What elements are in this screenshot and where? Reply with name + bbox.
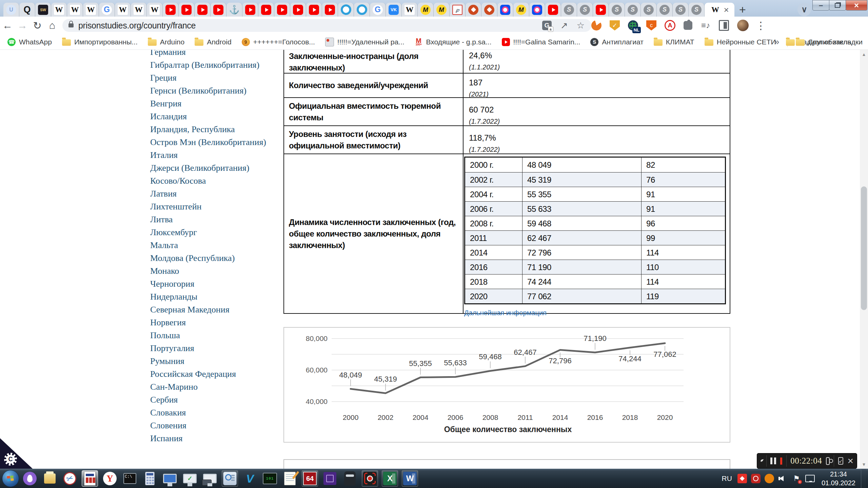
new-tab-button[interactable]: + <box>734 3 751 17</box>
sidebar-item-country[interactable]: Словения <box>150 419 267 432</box>
taskbar-app-snip[interactable]: ✂ <box>62 470 78 487</box>
sidebar-item-country[interactable]: Испания <box>150 432 267 445</box>
sidebar-item-country[interactable]: Монако <box>150 265 267 278</box>
draw-pen-icon[interactable] <box>760 460 762 462</box>
sidebar-item-country[interactable]: Лихтенштейн <box>150 200 267 213</box>
pinned-tab-script[interactable]: ℘ <box>450 3 466 17</box>
sidebar-item-country[interactable]: Нидерланды <box>150 290 267 303</box>
sidebar-item-country[interactable]: Российская Федерация <box>150 368 267 381</box>
pinned-tab-m[interactable]: M <box>434 3 450 17</box>
pause-icon[interactable] <box>770 458 776 464</box>
corner-gear-icon[interactable]: C <box>4 453 17 466</box>
pinned-tab-globe[interactable]: S <box>641 3 657 17</box>
sidebar-item-country[interactable]: Ирландия, Республика <box>150 123 267 136</box>
sidebar-item-country[interactable]: Румыния <box>150 355 267 368</box>
sidebar-item-country[interactable]: Косово/Косова <box>150 175 267 187</box>
address-bar[interactable]: prisonstudies.org/country/france Ga ↗ ☆ <box>62 19 591 32</box>
bookmark-item[interactable]: 9++++++=Голосов... <box>242 38 315 46</box>
tab-search-chevron-icon[interactable]: ∨ <box>797 3 811 16</box>
taskbar-app-tabledoc[interactable] <box>82 470 98 487</box>
bookmark-star-icon[interactable]: ☆ <box>577 20 585 31</box>
bookmark-item[interactable]: !!!!!=Удаленный ра... <box>325 38 405 46</box>
other-bookmarks-button[interactable]: Другие закладки <box>796 38 863 46</box>
taskbar-app-cpanel[interactable] <box>222 470 238 487</box>
back-button[interactable]: ← <box>0 18 15 33</box>
pinned-tab-ali[interactable] <box>481 3 497 17</box>
sidebar-item-country[interactable]: Люксембург <box>150 226 267 239</box>
pinned-tab-youtube[interactable] <box>274 3 290 17</box>
pinned-tab-youtube[interactable] <box>195 3 211 17</box>
sidebar-item-country[interactable]: Черногория <box>150 278 267 290</box>
sidebar-item-country[interactable]: Словакия <box>150 406 267 419</box>
browser-menu-icon[interactable]: ⋮ <box>753 18 768 33</box>
sidebar-item-country[interactable]: Северная Македония <box>150 303 267 316</box>
sidebar-item-country[interactable]: Сан-Марино <box>150 381 267 393</box>
pinned-tab-ali[interactable] <box>466 3 481 17</box>
close-recorder-icon[interactable]: × <box>847 456 853 466</box>
reload-button[interactable]: ↻ <box>30 18 45 33</box>
pinned-tab-q[interactable]: Q <box>19 3 35 17</box>
reccam-tray-icon[interactable] <box>751 474 761 483</box>
bookmark-item[interactable]: КЛИМАТ <box>654 38 694 46</box>
home-button[interactable]: ⌂ <box>45 18 60 33</box>
taskbar-app-matrix[interactable]: 101 <box>262 470 278 487</box>
display-tray-icon[interactable] <box>805 475 815 482</box>
pinned-tab-wiki[interactable]: W <box>147 3 163 17</box>
bookmark-item[interactable]: Android <box>195 38 231 46</box>
bookmark-item[interactable]: !!!!=Galina Samarin... <box>502 38 580 46</box>
pinned-tab-globe[interactable]: S <box>561 3 577 17</box>
pinned-tab-sw[interactable]: SW <box>35 3 51 17</box>
taskbar-app-recorder[interactable] <box>362 470 378 487</box>
scrollbar-thumb[interactable] <box>861 186 867 310</box>
pinned-tab-m[interactable]: M <box>418 3 434 17</box>
bookmark-item[interactable]: Нейронные СЕТИ <box>705 38 776 46</box>
a-badge-icon[interactable]: A <box>665 20 675 31</box>
scroll-up-button[interactable]: ▲ <box>860 50 868 59</box>
pinned-tab-globe[interactable]: S <box>609 3 625 17</box>
widget-tray-icon[interactable] <box>737 474 747 483</box>
shield-cart-icon[interactable]: c <box>646 20 656 30</box>
window-close-button[interactable]: × <box>846 0 867 11</box>
sidebar-item-country[interactable]: Сербия <box>150 393 267 406</box>
globe-nl-icon[interactable]: NL <box>628 20 638 30</box>
pinned-tab-youtube[interactable] <box>290 3 306 17</box>
pinned-tab-ozon[interactable] <box>529 3 545 17</box>
pinned-tab-youtube[interactable] <box>306 3 322 17</box>
pinned-tab-globe[interactable]: S <box>577 3 593 17</box>
pinned-tab-vk[interactable]: VK <box>386 3 402 17</box>
bookmarks-overflow-icon[interactable]: » <box>774 37 779 47</box>
bookmark-item[interactable]: SАнтиплагиат <box>590 38 643 46</box>
pinned-tab-google[interactable]: G <box>99 3 115 17</box>
taskbar-app-toolbox[interactable] <box>202 470 218 487</box>
taskbar-app-calc[interactable] <box>142 470 158 487</box>
pinned-tab-youtube[interactable] <box>545 3 561 17</box>
pinned-tab-youtube[interactable] <box>163 3 179 17</box>
sidebar-item-country[interactable]: Мальта <box>150 239 267 252</box>
pinned-tab-u[interactable]: U <box>3 3 19 17</box>
pinned-tab-youtube[interactable] <box>593 3 609 17</box>
url-text[interactable]: prisonstudies.org/country/france <box>78 21 196 30</box>
sidebar-item-country[interactable]: Латвия <box>150 187 267 200</box>
more-info-link[interactable]: Дальнейшая информация <box>464 308 730 318</box>
sidebar-item-country[interactable]: Исландия <box>150 110 267 123</box>
taskbar-app-cmd[interactable]: C:\ <box>122 470 138 487</box>
sidebar-item-country[interactable]: Греция <box>150 72 267 84</box>
scroll-down-button[interactable]: ▼ <box>860 460 868 469</box>
close-tab-icon[interactable]: × <box>724 5 729 14</box>
taskbar-app-ninja[interactable] <box>342 470 358 487</box>
language-indicator[interactable]: RU <box>722 474 732 483</box>
taskbar-app-notepad[interactable] <box>282 470 298 487</box>
taskbar-app-drop[interactable] <box>22 470 38 487</box>
flag-tray-icon[interactable]: ⚑ <box>792 474 801 483</box>
pinned-tab-ozon[interactable] <box>497 3 513 17</box>
taskbar-app-fax[interactable] <box>42 470 58 487</box>
pinned-tab-wiki[interactable]: W <box>402 3 418 17</box>
taskbar-app-vscode[interactable]: V <box>242 470 258 487</box>
pinned-tab-youtube[interactable] <box>322 3 338 17</box>
bookmark-item[interactable]: Импортированны... <box>62 38 138 46</box>
translate-icon[interactable]: Ga <box>542 21 552 30</box>
sidebar-item-country[interactable]: Венгрия <box>150 97 267 110</box>
taskbar-app-c64[interactable]: 64 <box>302 470 318 487</box>
pinned-tab-youtube[interactable] <box>258 3 274 17</box>
taskbar-app-moncheck[interactable]: ✓ <box>182 470 198 487</box>
